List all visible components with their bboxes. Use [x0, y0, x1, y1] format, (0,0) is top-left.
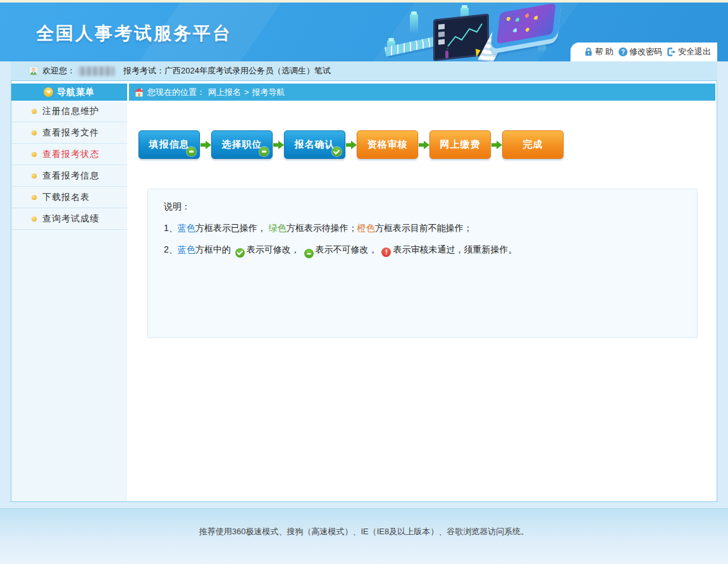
sidebar-item-label: 下载报名表 — [42, 192, 90, 203]
welcome-greeting: 欢迎您： — [42, 65, 75, 77]
logout-link[interactable]: 安全退出 — [667, 46, 711, 58]
illustration-tablet-screen — [497, 3, 556, 44]
minus-circle-icon — [259, 147, 269, 156]
welcome-bar: 欢迎您： 报考考试： 广西2024年度考试录用公务员（选调生）笔试 — [11, 61, 717, 80]
footer: 推荐使用360极速模式、搜狗（高速模式）、IE（IE8及以上版本）、谷歌浏览器访… — [0, 508, 728, 564]
breadcrumb-link-online-signup[interactable]: 网上报名 — [208, 87, 241, 98]
logout-label: 安全退出 — [678, 46, 711, 58]
sidebar-item-register-info[interactable]: 注册信息维护 — [11, 101, 127, 122]
bullet-icon — [32, 152, 37, 157]
lock-icon — [584, 47, 593, 56]
check-circle-icon — [235, 248, 245, 258]
sidebar-menu: 注册信息维护 查看报考文件 查看报考状态 查看报考信息 下载报名表 查询考试成绩 — [11, 101, 127, 230]
step-label: 填报信息 — [149, 139, 190, 151]
arrow-right-icon — [345, 140, 357, 150]
question-icon: ? — [619, 47, 627, 56]
blue-word: 蓝色 — [178, 223, 195, 233]
breadcrumb-prefix: 您现在的位置： — [147, 87, 205, 98]
notes-box: 说明： 1、蓝色方框表示已操作， 绿色方框表示待操作；橙色方框表示目前不能操作；… — [147, 189, 698, 338]
arrow-right-icon — [273, 140, 284, 150]
sidebar-item-label: 查看报考信息 — [42, 170, 99, 182]
notes-text: 表示可修改， — [247, 244, 302, 254]
step-confirm-signup[interactable]: 报名确认 — [284, 130, 345, 159]
minus-circle-icon — [304, 249, 314, 258]
help-link[interactable]: 帮 助 — [584, 46, 614, 58]
bullet-icon — [32, 130, 37, 135]
step-label: 资格审核 — [367, 139, 408, 151]
main-container: 导航菜单 注册信息维护 查看报考文件 查看报考状态 查看报考信息 下载报名表 — [11, 80, 717, 502]
arrow-right-icon — [491, 140, 502, 150]
sidebar-item-label: 查看报考文件 — [42, 127, 99, 139]
sidebar-item-query-scores[interactable]: 查询考试成绩 — [11, 208, 127, 230]
sidebar-item-exam-info[interactable]: 查看报考信息 — [11, 165, 127, 187]
site-title: 全国人事考试服务平台 — [36, 22, 232, 46]
home-icon — [134, 88, 144, 97]
breadcrumb: 您现在的位置： 网上报名 > 报考导航 — [129, 84, 715, 101]
step-online-payment[interactable]: 网上缴费 — [429, 130, 491, 159]
sidebar-item-download-form[interactable]: 下载报名表 — [11, 187, 127, 208]
notes-text: 方框表示已操作， — [195, 223, 269, 233]
sidebar-header-label: 导航菜单 — [57, 87, 95, 98]
step-label: 选择职位 — [222, 139, 262, 151]
browser-recommendation: 推荐使用360极速模式、搜狗（高速模式）、IE（IE8及以上版本）、谷歌浏览器访… — [0, 509, 728, 537]
exam-name: 广西2024年度考试录用公务员（选调生）笔试 — [164, 65, 331, 77]
bullet-icon — [32, 216, 37, 222]
notes-line1-number: 1、 — [164, 223, 178, 233]
bullet-icon — [32, 173, 37, 179]
notes-line2-number: 2、 — [164, 244, 178, 254]
illustration-person — [445, 51, 448, 58]
help-label: 帮 助 — [595, 46, 614, 58]
sidebar-item-label: 查看报考状态 — [42, 149, 99, 160]
minus-circle-icon — [187, 147, 196, 156]
step-complete[interactable]: 完成 — [502, 130, 564, 159]
notes-text: 方框表示目前不能操作； — [375, 223, 472, 233]
main-panel: 您现在的位置： 网上报名 > 报考导航 填报信息 选择职位 — [129, 84, 715, 501]
blue-word: 蓝色 — [178, 244, 195, 254]
step-label: 完成 — [523, 139, 543, 151]
notes-text: 方框表示待操作； — [287, 223, 357, 233]
arrow-right-icon — [418, 140, 429, 150]
sidebar-item-label: 查询考试成绩 — [42, 213, 99, 225]
notes-text: 表示不可修改， — [316, 244, 380, 254]
breadcrumb-separator: > — [244, 87, 249, 97]
sidebar-item-label: 注册信息维护 — [42, 106, 99, 117]
step-qualification-review[interactable]: 资格审核 — [357, 130, 418, 159]
bullet-icon — [32, 195, 37, 200]
sidebar-item-exam-status[interactable]: 查看报考状态 — [11, 144, 127, 165]
logout-icon — [667, 47, 676, 56]
notes-text: 表示审核未通过，须重新操作。 — [393, 244, 517, 254]
step-choose-position[interactable]: 选择职位 — [211, 130, 273, 159]
exclamation-circle-icon — [381, 248, 391, 257]
step-fill-info[interactable]: 填报信息 — [139, 130, 200, 159]
green-word: 绿色 — [269, 223, 287, 233]
illustration-pillar — [410, 14, 418, 33]
change-password-link[interactable]: ? 修改密码 — [619, 46, 662, 58]
orange-word: 橙色 — [357, 223, 375, 233]
step-flow: 填报信息 选择职位 报名确认 — [139, 130, 715, 159]
arrow-right-icon — [200, 140, 211, 150]
step-label: 网上缴费 — [440, 139, 481, 151]
step-label: 报名确认 — [295, 139, 335, 151]
illustration-tablet — [490, 3, 562, 49]
notes-line-2: 2、蓝色方框中的 表示可修改， 表示不可修改， 表示审核未通过，须重新操作。 — [164, 243, 697, 258]
notes-line-1: 1、蓝色方框表示已操作， 绿色方框表示待操作；橙色方框表示目前不能操作； — [164, 222, 697, 234]
notes-text: 方框中的 — [195, 244, 233, 254]
sidebar-header[interactable]: 导航菜单 — [11, 84, 127, 101]
chevron-down-icon — [44, 87, 53, 97]
sidebar-item-exam-files[interactable]: 查看报考文件 — [11, 122, 127, 144]
breadcrumb-current: 报考导航 — [252, 87, 285, 98]
username-blurred — [78, 66, 114, 76]
header-illustration — [379, 3, 569, 61]
bullet-icon — [32, 109, 37, 114]
change-password-label: 修改密码 — [629, 46, 662, 58]
sidebar: 导航菜单 注册信息维护 查看报考文件 查看报考状态 查看报考信息 下载报名表 — [11, 84, 127, 501]
content-area: 填报信息 选择职位 报名确认 — [129, 103, 715, 501]
user-avatar-icon — [28, 66, 39, 76]
exam-prefix: 报考考试： — [123, 65, 164, 77]
notes-title: 说明： — [164, 200, 697, 213]
check-circle-icon — [332, 147, 342, 156]
header-links-panel: 帮 助 ? 修改密码 安全退出 — [571, 42, 717, 61]
header: 全国人事考试服务平台 帮 助 ? 修改密码 — [0, 3, 728, 61]
